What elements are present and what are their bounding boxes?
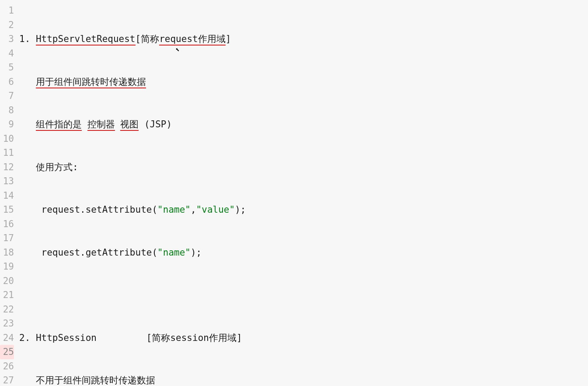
- code-line[interactable]: 不用于组件间跳转时传递数据: [19, 373, 588, 386]
- line-number: 15: [0, 203, 14, 217]
- code-line[interactable]: [19, 288, 588, 302]
- line-number: 7: [0, 89, 14, 103]
- line-number: 11: [0, 146, 14, 160]
- line-number: 5: [0, 60, 14, 75]
- code-line[interactable]: 用于组件间跳转时传递数据: [19, 75, 588, 89]
- line-number: 27: [0, 373, 14, 386]
- line-number: 17: [0, 231, 14, 246]
- line-number: 24: [0, 331, 14, 345]
- code-line[interactable]: 使用方式:: [19, 160, 588, 175]
- line-number: 20: [0, 274, 14, 288]
- code-editor[interactable]: 1 2 3 4 5 6 7 8 9 10 11 12 13 14 15 16 1…: [0, 0, 588, 386]
- line-number: 19: [0, 260, 14, 274]
- code-line[interactable]: 1. HttpServletRequest[简称request作用域]: [19, 32, 588, 46]
- line-number: 3: [0, 32, 14, 46]
- code-line[interactable]: request.getAttribute("name");: [19, 246, 588, 260]
- line-number: 8: [0, 103, 14, 118]
- line-number: 9: [0, 117, 14, 132]
- underlined-text: HttpServletRequest: [36, 34, 136, 46]
- underlined-text: request作用域: [159, 34, 226, 46]
- line-number: 13: [0, 174, 14, 189]
- line-number: 12: [0, 160, 14, 175]
- line-number: 4: [0, 46, 14, 61]
- line-number: 23: [0, 316, 14, 331]
- code-line[interactable]: 组件指的是 控制器 视图 (JSP): [19, 117, 588, 132]
- line-number: 2: [0, 18, 14, 32]
- line-number: 1: [0, 4, 14, 18]
- underlined-text: 传递数据: [109, 77, 146, 88]
- underlined-text: 用于组件间跳转时: [36, 77, 109, 88]
- line-number: 18: [0, 246, 14, 260]
- line-number: 22: [0, 302, 14, 317]
- line-number: 10: [0, 132, 14, 146]
- underlined-text: 组件指的是: [36, 119, 82, 131]
- line-number: 14: [0, 189, 14, 203]
- line-number: 6: [0, 75, 14, 89]
- line-number: 16: [0, 217, 14, 232]
- code-line[interactable]: request.setAttribute("name","value");: [19, 203, 588, 217]
- line-number-current: 25: [0, 345, 14, 359]
- line-number: 21: [0, 288, 14, 302]
- underlined-text: 控制器: [87, 119, 115, 131]
- underlined-text: 视图: [120, 119, 139, 131]
- code-area[interactable]: 1. HttpServletRequest[简称request作用域] 用于组件…: [19, 4, 588, 386]
- line-number: 26: [0, 359, 14, 374]
- code-line[interactable]: 2. HttpSession [简称session作用域]: [19, 331, 588, 345]
- line-number-gutter: 1 2 3 4 5 6 7 8 9 10 11 12 13 14 15 16 1…: [0, 4, 19, 386]
